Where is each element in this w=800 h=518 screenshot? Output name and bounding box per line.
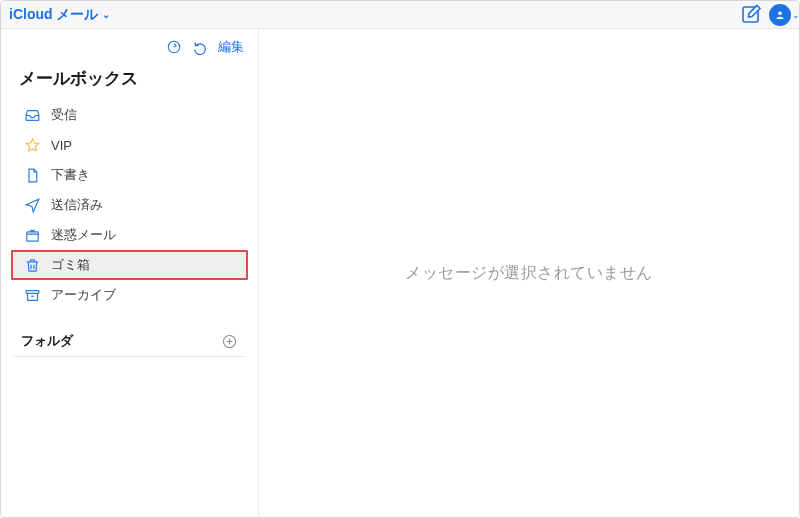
body: 編集 メールボックス 受信 VIP (1, 29, 799, 517)
sidebar-item-label: 迷惑メール (51, 226, 116, 244)
inbox-icon (23, 106, 41, 124)
account-menu[interactable]: ⌄ (769, 4, 791, 26)
star-icon (23, 136, 41, 154)
undo-icon (192, 39, 208, 55)
send-icon (23, 196, 41, 214)
sidebar-item-label: VIP (51, 138, 72, 153)
sidebar-item-inbox[interactable]: 受信 (11, 100, 248, 130)
empty-state-text: メッセージが選択されていません (405, 263, 653, 284)
sidebar-item-archive[interactable]: アーカイブ (11, 280, 248, 310)
mailbox-list: 受信 VIP 下書き (1, 100, 258, 310)
sidebar-item-label: 下書き (51, 166, 90, 184)
sidebar-item-trash[interactable]: ゴミ箱 (11, 250, 248, 280)
message-pane: メッセージが選択されていません (259, 29, 799, 517)
sidebar-item-vip[interactable]: VIP (11, 130, 248, 160)
sidebar-item-label: ゴミ箱 (51, 256, 90, 274)
app-title-dropdown[interactable]: iCloud メール ⌄ (9, 6, 110, 24)
refresh-button[interactable] (166, 39, 182, 55)
compose-icon (739, 3, 763, 27)
app-window: iCloud メール ⌄ ⌄ (0, 0, 800, 518)
edit-button[interactable]: 編集 (218, 38, 244, 56)
svg-rect-3 (26, 231, 37, 240)
sidebar-item-label: 受信 (51, 106, 77, 124)
refresh-circle-icon (166, 39, 182, 55)
sidebar-item-label: 送信済み (51, 196, 103, 214)
svg-point-1 (778, 11, 782, 15)
sidebar: 編集 メールボックス 受信 VIP (1, 29, 259, 517)
sidebar-tools: 編集 (1, 33, 258, 61)
mailboxes-heading: メールボックス (1, 61, 258, 100)
chevron-down-icon: ⌄ (102, 9, 110, 20)
compose-button[interactable] (739, 3, 763, 27)
undo-button[interactable] (192, 39, 208, 55)
topbar: iCloud メール ⌄ ⌄ (1, 1, 799, 29)
folders-header: フォルダ (13, 326, 246, 357)
sidebar-item-label: アーカイブ (51, 286, 116, 304)
add-folder-button[interactable] (221, 333, 238, 350)
sidebar-item-sent[interactable]: 送信済み (11, 190, 248, 220)
person-circle-icon (773, 8, 787, 22)
app-title-text: iCloud メール (9, 6, 98, 24)
plus-circle-icon (221, 333, 238, 350)
sidebar-item-drafts[interactable]: 下書き (11, 160, 248, 190)
svg-rect-4 (26, 290, 39, 293)
chevron-down-icon: ⌄ (792, 10, 800, 20)
trash-icon (23, 256, 41, 274)
archive-icon (23, 286, 41, 304)
junk-icon (23, 226, 41, 244)
file-icon (23, 166, 41, 184)
sidebar-item-junk[interactable]: 迷惑メール (11, 220, 248, 250)
folders-section: フォルダ (1, 326, 258, 357)
folders-label: フォルダ (21, 332, 73, 350)
